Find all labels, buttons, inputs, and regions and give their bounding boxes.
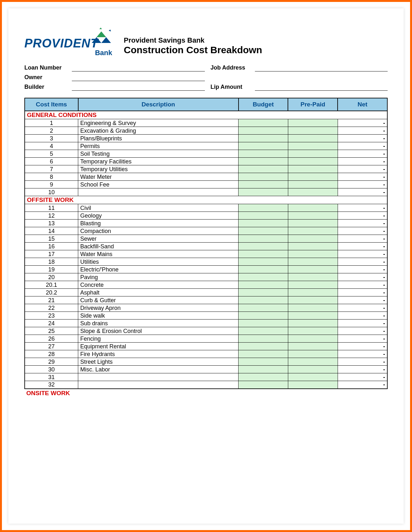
row-prepaid[interactable]	[288, 373, 338, 381]
row-number: 21	[25, 296, 78, 304]
row-prepaid[interactable]	[288, 335, 338, 343]
row-budget[interactable]	[239, 220, 288, 227]
row-budget[interactable]	[239, 173, 288, 181]
builder-input[interactable]	[72, 84, 205, 91]
row-budget[interactable]	[239, 258, 288, 266]
row-budget[interactable]	[239, 335, 288, 343]
row-budget[interactable]	[239, 320, 288, 327]
row-budget[interactable]	[239, 304, 288, 312]
row-prepaid[interactable]	[288, 327, 338, 335]
row-net: -	[338, 373, 387, 381]
row-prepaid[interactable]	[288, 358, 338, 366]
row-budget[interactable]	[239, 350, 288, 358]
row-description: Equipment Rental	[78, 343, 239, 350]
row-prepaid[interactable]	[288, 296, 338, 304]
form-fields: Loan Number Job Address Owner Builder Li…	[24, 64, 388, 91]
row-net: -	[338, 250, 387, 258]
title-block: Provident Savings Bank Construction Cost…	[124, 30, 388, 55]
row-prepaid[interactable]	[288, 250, 338, 258]
table-row: 27Equipment Rental-	[25, 343, 387, 350]
row-prepaid[interactable]	[288, 304, 338, 312]
row-budget[interactable]	[239, 327, 288, 335]
row-description	[78, 381, 239, 389]
row-prepaid[interactable]	[288, 381, 338, 389]
table-row: 7Temporary Utilities-	[25, 165, 387, 173]
row-budget[interactable]	[239, 127, 288, 135]
row-budget[interactable]	[239, 289, 288, 296]
row-budget[interactable]	[239, 343, 288, 350]
row-budget[interactable]	[239, 235, 288, 243]
row-budget[interactable]	[239, 373, 288, 381]
row-description: Side walk	[78, 312, 239, 320]
row-net: -	[338, 350, 387, 358]
row-prepaid[interactable]	[288, 142, 338, 150]
row-number: 13	[25, 220, 78, 227]
row-budget[interactable]	[239, 150, 288, 158]
row-budget[interactable]	[239, 250, 288, 258]
row-prepaid[interactable]	[288, 220, 338, 227]
row-net: -	[338, 327, 387, 335]
row-prepaid[interactable]	[288, 119, 338, 127]
lip-amount-input[interactable]	[255, 84, 388, 91]
row-net: -	[338, 320, 387, 327]
row-number: 3	[25, 135, 78, 142]
row-prepaid[interactable]	[288, 243, 338, 250]
row-prepaid[interactable]	[288, 281, 338, 289]
row-budget[interactable]	[239, 188, 288, 196]
lip-amount-label: Lip Amount	[211, 84, 249, 91]
row-prepaid[interactable]	[288, 158, 338, 165]
row-prepaid[interactable]	[288, 273, 338, 281]
row-prepaid[interactable]	[288, 350, 338, 358]
header: PROVIDENT Bank Provident Savings Bank Co…	[24, 28, 388, 58]
row-prepaid[interactable]	[288, 135, 338, 142]
col-cost-items: Cost Items	[25, 98, 78, 111]
row-number: 30	[25, 366, 78, 373]
row-prepaid[interactable]	[288, 320, 338, 327]
row-prepaid[interactable]	[288, 266, 338, 273]
row-budget[interactable]	[239, 212, 288, 220]
row-number: 20.1	[25, 281, 78, 289]
row-number: 27	[25, 343, 78, 350]
row-budget[interactable]	[239, 296, 288, 304]
row-budget[interactable]	[239, 135, 288, 142]
col-net: Net	[338, 98, 387, 111]
row-budget[interactable]	[239, 358, 288, 366]
row-prepaid[interactable]	[288, 312, 338, 320]
row-prepaid[interactable]	[288, 289, 338, 296]
owner-input[interactable]	[72, 74, 205, 81]
row-prepaid[interactable]	[288, 366, 338, 373]
provident-logo: PROVIDENT Bank	[24, 28, 114, 58]
row-budget[interactable]	[239, 204, 288, 212]
row-net: -	[338, 158, 387, 165]
row-budget[interactable]	[239, 273, 288, 281]
row-budget[interactable]	[239, 281, 288, 289]
row-budget[interactable]	[239, 366, 288, 373]
table-row: 6Temporary Facilities-	[25, 158, 387, 165]
job-address-input[interactable]	[255, 64, 388, 71]
row-prepaid[interactable]	[288, 165, 338, 173]
row-budget[interactable]	[239, 142, 288, 150]
row-prepaid[interactable]	[288, 150, 338, 158]
row-prepaid[interactable]	[288, 181, 338, 188]
row-prepaid[interactable]	[288, 235, 338, 243]
row-prepaid[interactable]	[288, 204, 338, 212]
row-prepaid[interactable]	[288, 212, 338, 220]
row-budget[interactable]	[239, 181, 288, 188]
row-description: Temporary Utilities	[78, 165, 239, 173]
row-budget[interactable]	[239, 227, 288, 235]
row-prepaid[interactable]	[288, 227, 338, 235]
row-budget[interactable]	[239, 119, 288, 127]
row-budget[interactable]	[239, 312, 288, 320]
row-budget[interactable]	[239, 243, 288, 250]
row-budget[interactable]	[239, 165, 288, 173]
row-budget[interactable]	[239, 158, 288, 165]
row-prepaid[interactable]	[288, 343, 338, 350]
loan-number-input[interactable]	[72, 64, 205, 71]
row-prepaid[interactable]	[288, 173, 338, 181]
row-number: 32	[25, 381, 78, 389]
row-prepaid[interactable]	[288, 188, 338, 196]
row-budget[interactable]	[239, 381, 288, 389]
row-prepaid[interactable]	[288, 258, 338, 266]
row-prepaid[interactable]	[288, 127, 338, 135]
row-budget[interactable]	[239, 266, 288, 273]
